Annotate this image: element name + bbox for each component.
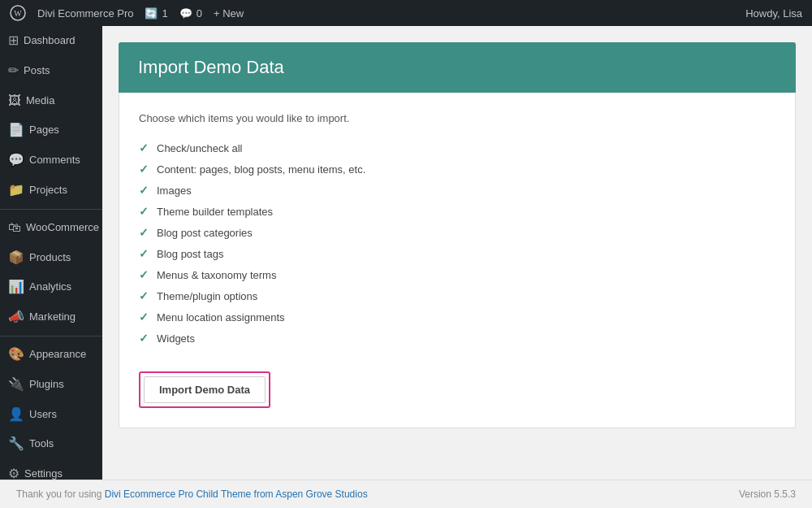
users-icon: 👤 [8,406,24,423]
check-icon-2: ✓ [139,184,149,197]
site-name-link[interactable]: Divi Ecommerce Pro [37,7,133,20]
sidebar-label-media: Media [26,94,54,108]
tools-icon: 🔧 [8,436,24,453]
projects-icon: 📁 [8,182,24,199]
check-icon-5: ✓ [139,247,149,260]
site-name: Divi Ecommerce Pro [37,7,133,20]
media-icon: 🖼 [8,93,21,110]
posts-icon: ✏ [8,63,19,80]
checklist-label-4: Blog post categories [157,227,253,239]
wp-logo-link[interactable]: W [10,5,26,21]
sidebar-item-projects[interactable]: 📁 Projects [0,176,102,206]
analytics-icon: 📊 [8,279,24,296]
sidebar-label-woocommerce: WooCommerce [26,221,99,235]
appearance-icon: 🎨 [8,346,24,363]
checklist-item-1: ✓ Content: pages, blog posts, menu items… [139,158,775,180]
checklist-label-6: Menus & taxonomy terms [157,269,276,281]
admin-bar: W Divi Ecommerce Pro 🔄 1 💬 0 + New Howdy… [0,0,812,26]
footer-text: Thank you for using Divi Ecommerce Pro C… [16,488,368,500]
checklist-label-8: Menu location assignments [157,311,285,323]
sidebar-separator-1 [0,209,102,210]
sidebar-label-posts: Posts [24,64,50,78]
checklist-label-9: Widgets [157,332,195,345]
sidebar-item-analytics[interactable]: 📊 Analytics [0,272,102,302]
checklist-item-3: ✓ Theme builder templates [139,201,775,222]
sidebar-item-users[interactable]: 👤 Users [0,400,102,430]
page-header: Import Demo Data [119,42,796,93]
admin-bar-left: W Divi Ecommerce Pro 🔄 1 💬 0 + New [10,5,244,21]
checklist-label-0: Check/uncheck all [157,142,243,154]
sidebar-label-projects: Projects [29,184,67,198]
content-area: Import Demo Data Choose which items you … [102,26,812,480]
checklist-label-5: Blog post tags [157,248,223,260]
plugins-icon: 🔌 [8,376,24,393]
sidebar-item-products[interactable]: 📦 Products [0,243,102,273]
new-content-label: + New [214,7,244,20]
sidebar-label-settings: Settings [24,467,63,480]
sidebar-item-settings[interactable]: ⚙ Settings [0,459,102,480]
sidebar: ⊞ Dashboard ✏ Posts 🖼 Media 📄 Pages 💬 Co… [0,26,102,480]
page-title: Import Demo Data [138,57,776,78]
marketing-icon: 📣 [8,309,24,326]
sidebar-item-tools[interactable]: 🔧 Tools [0,429,102,459]
sidebar-item-dashboard[interactable]: ⊞ Dashboard [0,26,102,56]
checklist-label-3: Theme builder templates [157,206,273,218]
settings-icon: ⚙ [8,466,19,480]
sidebar-label-dashboard: Dashboard [24,34,76,48]
sidebar-label-pages: Pages [29,124,59,137]
check-icon-4: ✓ [139,226,149,239]
checklist-label-1: Content: pages, blog posts, menu items, … [157,163,365,176]
footer-version: Version 5.5.3 [739,488,796,500]
sidebar-item-woocommerce[interactable]: 🛍 WooCommerce [0,213,102,243]
comments-icon: 💬 [179,7,192,20]
comments-link[interactable]: 💬 0 [179,7,202,20]
dashboard-icon: ⊞ [8,33,19,50]
checklist-item-6: ✓ Menus & taxonomy terms [139,264,775,285]
sidebar-label-tools: Tools [29,437,54,451]
checklist-item-5: ✓ Blog post tags [139,243,775,264]
updates-icon: 🔄 [145,7,158,20]
sidebar-item-comments[interactable]: 💬 Comments [0,145,102,176]
checklist: ✓ Check/uncheck all ✓ Content: pages, bl… [139,137,775,349]
sidebar-item-media[interactable]: 🖼 Media [0,86,102,116]
check-icon-3: ✓ [139,205,149,218]
check-icon-6: ✓ [139,268,149,281]
import-demo-data-button[interactable]: Import Demo Data [144,376,266,403]
main-layout: ⊞ Dashboard ✏ Posts 🖼 Media 📄 Pages 💬 Co… [0,26,812,480]
sidebar-label-analytics: Analytics [29,280,71,294]
sidebar-label-appearance: Appearance [29,348,86,362]
check-icon-1: ✓ [139,163,149,176]
sidebar-item-pages[interactable]: 📄 Pages [0,115,102,145]
products-icon: 📦 [8,250,24,267]
checklist-item-0: ✓ Check/uncheck all [139,137,775,158]
svg-text:W: W [14,9,22,18]
sidebar-label-marketing: Marketing [29,310,76,324]
comments-sidebar-icon: 💬 [8,152,24,169]
intro-text: Choose which items you would like to imp… [139,112,775,124]
sidebar-item-plugins[interactable]: 🔌 Plugins [0,370,102,400]
pages-icon: 📄 [8,122,24,139]
sidebar-separator-2 [0,336,102,336]
wp-logo-icon: W [10,5,26,21]
sidebar-label-comments: Comments [29,154,80,167]
woocommerce-icon: 🛍 [8,219,21,237]
sidebar-item-appearance[interactable]: 🎨 Appearance [0,340,102,370]
new-content-link[interactable]: + New [214,7,244,20]
check-icon-0: ✓ [139,141,149,154]
checklist-item-9: ✓ Widgets [139,328,775,349]
howdy-text: Howdy, Lisa [745,7,802,20]
checklist-item-2: ✓ Images [139,180,775,201]
check-icon-7: ✓ [139,289,149,302]
import-btn-wrapper: Import Demo Data [139,371,270,408]
updates-link[interactable]: 🔄 1 [145,7,167,20]
sidebar-item-marketing[interactable]: 📣 Marketing [0,302,102,332]
sidebar-label-products: Products [29,251,71,265]
footer-thank-you: Thank you for using [16,488,105,500]
footer-link[interactable]: Divi Ecommerce Pro Child Theme from Aspe… [105,488,368,500]
checklist-label-7: Theme/plugin options [157,290,257,302]
sidebar-item-posts[interactable]: ✏ Posts [0,56,102,86]
footer: Thank you for using Divi Ecommerce Pro C… [0,480,812,508]
sidebar-label-users: Users [29,408,57,422]
checklist-item-7: ✓ Theme/plugin options [139,285,775,306]
check-icon-8: ✓ [139,310,149,323]
